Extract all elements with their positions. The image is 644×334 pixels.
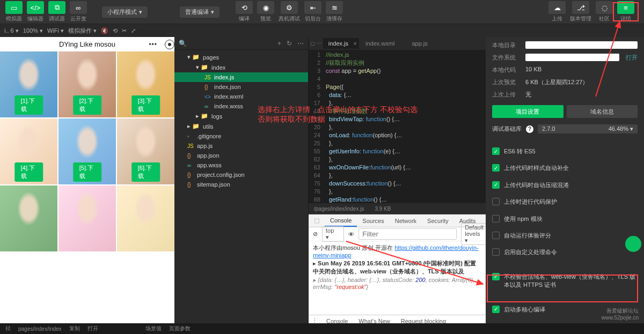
file-index-wxss[interactable]: ∞ index.wxss: [174, 101, 308, 111]
sources-tab[interactable]: Sources: [357, 216, 389, 226]
file-app-js[interactable]: JS app.js: [174, 141, 308, 151]
file-index-json[interactable]: {} index.json: [174, 82, 308, 92]
floating-action-button[interactable]: [625, 236, 641, 252]
rotate-icon[interactable]: ⟲: [113, 27, 118, 34]
compile-select[interactable]: 普通编译 ▾: [180, 6, 219, 18]
page-title: DYing Like mosou: [59, 40, 115, 48]
more-icon[interactable]: ⋯: [297, 40, 304, 47]
console-output[interactable]: 本小程序由mosou 原创,开源在 https://github.com/ith…: [309, 241, 486, 315]
code-protect-checkbox[interactable]: [492, 198, 500, 205]
debugger-button[interactable]: ⧉: [48, 1, 65, 14]
preview-button[interactable]: ◉: [257, 1, 274, 14]
crop-icon[interactable]: ✂: [122, 27, 127, 34]
open-link[interactable]: 打开: [87, 325, 98, 332]
network-tab[interactable]: Network: [390, 216, 422, 226]
more-icon[interactable]: •••: [149, 41, 157, 48]
folder-index[interactable]: ▾ 📁 index: [174, 62, 308, 72]
download-button[interactable]: [1].下载: [14, 95, 43, 115]
annotation-box: [613, 2, 639, 21]
eye-icon[interactable]: 👁: [348, 231, 354, 237]
file-sitemap[interactable]: {} sitemap.json: [174, 180, 308, 189]
file-explorer: 🔍 + ↻ ⋯ ▾ 📁 pages ▾ 📁 index JS index.js …: [174, 37, 309, 326]
popout-icon[interactable]: ⤢: [131, 27, 136, 34]
remote-debug-button[interactable]: ⚙: [281, 1, 298, 14]
project-settings-tab[interactable]: 项目设置: [492, 105, 564, 118]
top-toolbar: ▭模拟器 </>编辑器 ⧉调试器 ∞云开发 小程序模式 ▾ 普通编译 ▾ ⟲编译…: [0, 0, 644, 24]
simulator-panel: DYing Like mosou ••• [1].下载 [2].下载 [3].下…: [0, 37, 174, 326]
console-tab[interactable]: Console: [325, 215, 357, 227]
simulator-button[interactable]: ▭: [5, 1, 23, 14]
search-icon[interactable]: 🔍: [179, 40, 187, 47]
es6-checkbox[interactable]: ✓: [492, 147, 500, 155]
annotation-box: [487, 274, 638, 302]
custom-handler-checkbox[interactable]: [492, 248, 500, 256]
compile-button[interactable]: ⟲: [236, 1, 253, 14]
network-select[interactable]: WiFi ▾: [47, 27, 64, 34]
community-button[interactable]: ◌: [596, 1, 613, 14]
cloud-dev-button[interactable]: ∞: [70, 1, 87, 14]
file-app-json[interactable]: {} app.json: [174, 151, 308, 160]
watermark: 吾爱破解论坛 www.52pojie.cn: [602, 307, 639, 321]
upload-button[interactable]: ☁: [548, 1, 566, 14]
compress-checkbox[interactable]: ✓: [492, 181, 500, 189]
download-button[interactable]: [3].下载: [131, 95, 160, 115]
clear-cache-button[interactable]: ≋: [326, 1, 343, 14]
line-gutter: 123456171819202425556263647576888996: [309, 50, 324, 203]
add-icon[interactable]: +: [277, 40, 281, 47]
tab-index-js[interactable]: index.js×: [323, 38, 359, 49]
inspect-icon[interactable]: ⬚: [309, 215, 325, 226]
help-icon[interactable]: ?: [526, 125, 533, 133]
tab-index-wxml[interactable]: index.wxml: [360, 38, 405, 49]
editor-button[interactable]: </>: [27, 1, 44, 14]
mute-icon[interactable]: 🔇: [101, 27, 108, 34]
style-complete-checkbox[interactable]: ✓: [492, 164, 500, 172]
refresh-icon[interactable]: ↻: [287, 40, 292, 47]
file-index-wxml[interactable]: <> index.wxml: [174, 92, 308, 101]
zoom-select[interactable]: 100% ▾: [23, 27, 43, 34]
domain-info-tab[interactable]: 域名信息: [567, 105, 638, 118]
file-index-js[interactable]: JS index.js: [174, 72, 308, 82]
devtools-panel: ⬚ Console Sources Network Security Audit…: [309, 214, 486, 326]
download-button[interactable]: [2].下载: [73, 95, 102, 115]
npm-checkbox[interactable]: [492, 215, 500, 222]
file-project-config[interactable]: {} project.config.json: [174, 170, 308, 180]
lib-version-select[interactable]: 2.7.046.48% ▾: [538, 124, 638, 133]
folder-utils[interactable]: ▸ 📁 utils: [174, 121, 308, 131]
tab-app-js[interactable]: app.js: [406, 38, 438, 49]
device-select[interactable]: i.. 6 ▾: [4, 27, 19, 34]
editor-status-bar: /pages/index/index.js3.9 KB: [309, 203, 486, 214]
auto-audit-checkbox[interactable]: [492, 232, 500, 239]
filter-input[interactable]: [358, 228, 457, 240]
copy-link[interactable]: 复制: [69, 325, 80, 332]
clear-console-icon[interactable]: ⊘: [313, 231, 318, 237]
bottom-status-bar: 径 pages/index/index 复制 打开 场景值 页面参数: [0, 323, 644, 334]
file-gitignore[interactable]: ▫ .gitignore: [174, 131, 308, 141]
code-editor[interactable]: 123456171819202425556263647576888996 //i…: [309, 50, 486, 203]
file-app-wxss[interactable]: ∞ app.wxss: [174, 160, 308, 170]
version-button[interactable]: ⎇: [572, 1, 589, 14]
editor-tabs: □ ⋯ index.js× index.wxml app.js: [309, 37, 486, 50]
folder-pages[interactable]: ▾ 📁 pages: [174, 52, 308, 62]
scope-select[interactable]: top ▾: [322, 226, 344, 242]
open-link[interactable]: 打开: [626, 54, 638, 62]
editor-area: □ ⋯ index.js× index.wxml app.js 12345617…: [309, 37, 486, 326]
download-button[interactable]: [4].下载: [14, 162, 43, 182]
multicore-checkbox[interactable]: ✓: [492, 306, 500, 313]
close-mini-icon[interactable]: [165, 40, 174, 49]
mode-select[interactable]: 小程序模式 ▾: [102, 6, 148, 18]
security-tab[interactable]: Security: [422, 216, 454, 226]
background-button[interactable]: ⇤: [304, 1, 321, 14]
download-button[interactable]: [6].下载: [131, 162, 160, 182]
download-button[interactable]: [5].下载: [73, 162, 102, 182]
simops-select[interactable]: 模拟操作 ▾: [68, 27, 97, 35]
folder-logs[interactable]: ▸ 📁 logs: [174, 111, 308, 121]
simulator-settings-bar: i.. 6 ▾ 100% ▾ WiFi ▾ 模拟操作 ▾ 🔇 ⟲ ✂ ⤢: [0, 24, 644, 37]
